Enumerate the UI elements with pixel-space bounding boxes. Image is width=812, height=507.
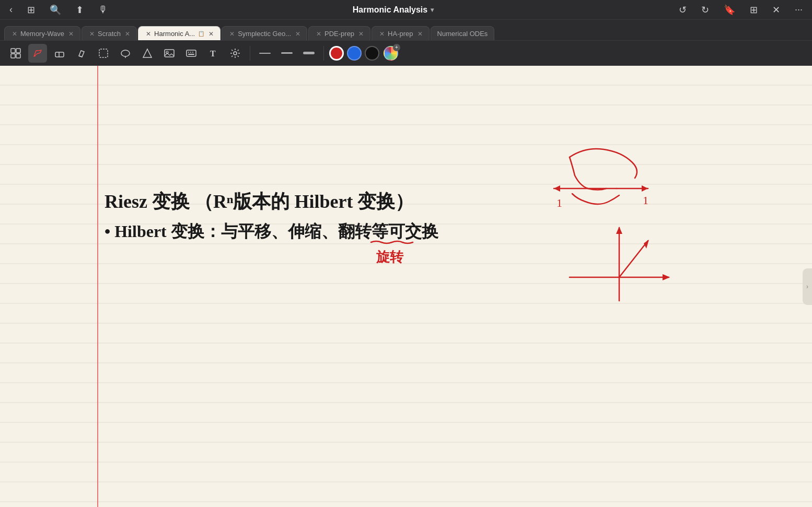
svg-rect-1 — [16, 49, 20, 53]
main-layout: Riesz 变换 （Rⁿ版本的 Hilbert 变换） • Hilbert 变换… — [0, 66, 812, 507]
view-tool-button[interactable] — [6, 44, 25, 63]
tab-close-scratch[interactable]: ✕ — [89, 30, 95, 38]
margin-line — [97, 66, 98, 507]
tab-label-haprep: HA-prep — [388, 30, 413, 38]
tab-odes[interactable]: Numerical ODEs — [431, 26, 495, 41]
line-thin-indicator — [259, 53, 271, 54]
right-collapse-handle[interactable]: › — [803, 268, 812, 305]
text-icon: T — [207, 48, 219, 59]
selection-icon — [98, 48, 109, 59]
svg-rect-2 — [11, 54, 15, 58]
svg-rect-3 — [16, 54, 20, 58]
svg-rect-13 — [187, 50, 196, 56]
tab-label-memory-wave: Memory-Wave — [20, 30, 64, 38]
color-red-button[interactable] — [329, 46, 344, 61]
title-bar: ‹ ⊞ 🔍 ⬆ 🎙 Harmonic Analysis ▾ ↺ ↻ 🔖 ⊞ ✕ … — [0, 0, 812, 20]
highlighter-tool-button[interactable] — [72, 44, 91, 63]
line-mid-indicator — [281, 52, 293, 54]
tab-label-scratch: Scratch — [98, 30, 121, 38]
line-thick-indicator — [303, 52, 315, 54]
toolbar: T + — [0, 41, 812, 66]
tab-close-icon-haprep[interactable]: ✕ — [417, 30, 423, 38]
shape-tool-button[interactable] — [138, 44, 157, 63]
toolbar-divider-2 — [323, 46, 324, 61]
color-add-button[interactable]: + — [382, 45, 399, 62]
tab-symplectic[interactable]: ✕ Symplectic Geo... ✕ — [222, 26, 307, 41]
svg-line-6 — [79, 56, 82, 57]
search-button[interactable]: 🔍 — [47, 3, 64, 17]
tab-label-symplectic: Symplectic Geo... — [238, 30, 291, 38]
shape-icon — [142, 48, 153, 59]
tab-close-icon-harmonic[interactable]: ✕ — [208, 30, 214, 38]
mic-button[interactable]: 🎙 — [95, 3, 111, 16]
selection-tool-button[interactable] — [94, 44, 113, 63]
back-button[interactable]: ‹ — [6, 3, 16, 16]
color-blue-button[interactable] — [347, 46, 362, 61]
keyboard-icon — [185, 48, 197, 59]
title-bar-right: ↺ ↻ 🔖 ⊞ ✕ ··· — [676, 3, 806, 17]
bookmark-button[interactable]: 🔖 — [721, 3, 738, 17]
title-bar-left: ‹ ⊞ 🔍 ⬆ 🎙 — [6, 3, 111, 17]
settings-tool-button[interactable] — [226, 44, 245, 63]
tab-scratch[interactable]: ✕ Scratch ✕ — [82, 26, 137, 41]
document-title: Harmonic Analysis — [353, 5, 427, 15]
tab-pde[interactable]: ✕ PDE-prep ✕ — [308, 26, 370, 41]
tab-harmonic[interactable]: ✕ Harmonic A... 📋 ✕ — [138, 26, 221, 41]
redo-button[interactable]: ↻ — [698, 3, 712, 17]
svg-rect-4 — [55, 52, 64, 57]
close-button[interactable]: ✕ — [769, 3, 783, 17]
view-icon — [10, 48, 21, 59]
lasso-icon — [120, 48, 131, 59]
chevron-right-icon: › — [806, 283, 808, 290]
lasso-tool-button[interactable] — [116, 44, 135, 63]
svg-rect-0 — [11, 49, 15, 53]
svg-rect-22 — [0, 66, 812, 507]
tab-haprep[interactable]: ✕ HA-prep ✕ — [372, 26, 429, 41]
app-grid-button[interactable]: ⊞ — [24, 3, 38, 17]
tab-close-harmonic[interactable]: ✕ — [146, 30, 151, 38]
tab-label-harmonic: Harmonic A... — [154, 30, 195, 38]
more-button[interactable]: ··· — [792, 3, 806, 16]
tab-close-haprep[interactable]: ✕ — [379, 30, 385, 38]
notebook-canvas[interactable]: Riesz 变换 （Rⁿ版本的 Hilbert 变换） • Hilbert 变换… — [0, 66, 812, 507]
tab-close-icon-symplectic[interactable]: ✕ — [295, 30, 300, 38]
keyboard-tool-button[interactable] — [182, 44, 201, 63]
line-weight-thin-button[interactable] — [256, 44, 274, 63]
pen-tool-button[interactable] — [28, 44, 47, 63]
tab-close-symplectic[interactable]: ✕ — [229, 30, 235, 38]
title-dropdown-arrow[interactable]: ▾ — [431, 6, 434, 14]
svg-text:T: T — [210, 49, 216, 58]
tab-close-icon-scratch[interactable]: ✕ — [125, 30, 130, 38]
eraser-icon — [54, 48, 65, 59]
title-bar-center: Harmonic Analysis ▾ — [353, 5, 434, 15]
tab-label-odes: Numerical ODEs — [437, 30, 488, 38]
eraser-tool-button[interactable] — [50, 44, 69, 63]
tab-close-icon-memory-wave[interactable]: ✕ — [68, 30, 74, 38]
color-black-button[interactable] — [365, 46, 379, 61]
toolbar-divider-1 — [250, 46, 250, 61]
undo-button[interactable]: ↺ — [676, 3, 690, 17]
pen-icon — [32, 48, 43, 59]
image-icon — [164, 48, 175, 59]
text-tool-button[interactable]: T — [204, 44, 223, 63]
highlighter-icon — [76, 48, 87, 59]
add-page-button[interactable]: ⊞ — [747, 3, 761, 17]
line-weight-thick-button[interactable] — [299, 44, 318, 63]
lined-paper-background — [0, 66, 812, 507]
share-button[interactable]: ⬆ — [73, 3, 87, 17]
svg-rect-11 — [165, 50, 174, 57]
line-weight-medium-button[interactable] — [277, 44, 296, 63]
tab-memory-wave[interactable]: ✕ Memory-Wave ✕ — [4, 26, 80, 41]
tab-bar: ✕ Memory-Wave ✕ ✕ Scratch ✕ ✕ Harmonic A… — [0, 20, 812, 41]
tab-label-pde: PDE-prep — [324, 30, 354, 38]
tab-close-memory-wave[interactable]: ✕ — [12, 30, 17, 38]
color-add-icon: + — [395, 45, 398, 50]
image-tool-button[interactable] — [160, 44, 179, 63]
svg-marker-10 — [143, 49, 152, 57]
tab-close-icon-pde[interactable]: ✕ — [358, 30, 364, 38]
svg-rect-7 — [99, 49, 108, 57]
svg-point-8 — [121, 50, 130, 56]
settings-icon — [229, 48, 241, 59]
tab-close-pde[interactable]: ✕ — [316, 30, 321, 38]
svg-point-19 — [234, 52, 237, 55]
